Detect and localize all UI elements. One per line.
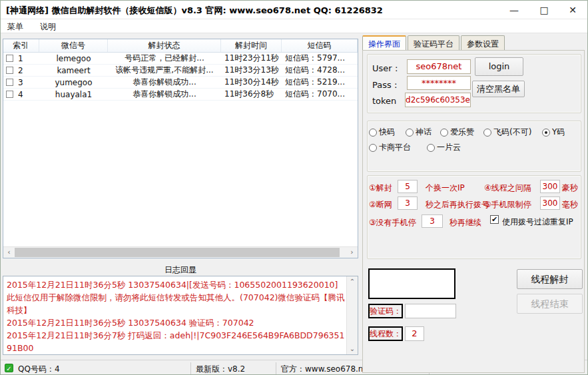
unban-count-label: ①解封 bbox=[369, 183, 392, 194]
header-unban-time[interactable]: 解封时间 bbox=[221, 39, 282, 52]
menu-bar: 菜单 说明 bbox=[1, 19, 587, 33]
platform-radio[interactable]: Y码 bbox=[542, 127, 565, 138]
pass-input[interactable]: ******** bbox=[407, 76, 471, 90]
scroll-down-icon[interactable]: ⌄ bbox=[347, 344, 358, 354]
tab-strip: 操作界面 验证码平台 参数设置 bbox=[362, 35, 506, 50]
log-content: 2015年12月21日11时36分5秒 13037540634|[发送号码：10… bbox=[3, 276, 346, 354]
row-checkbox[interactable] bbox=[6, 67, 13, 74]
phone-limit-input[interactable]: 300 bbox=[540, 196, 560, 210]
row-index: 4 bbox=[18, 90, 23, 99]
app-window: [神通网络] 微信自助解封软件（接收短信版）v8.3 官网: www.seo67… bbox=[0, 0, 588, 375]
row-index-cell: 4 bbox=[3, 90, 39, 99]
captcha-label: 验证码： bbox=[368, 304, 403, 318]
no-phone-label: ③没有手机停 bbox=[369, 217, 416, 228]
filter-ip-label: 使用拨号过滤重复IP bbox=[502, 216, 573, 228]
row-checkbox[interactable] bbox=[6, 91, 13, 98]
disconnect-label: ②断网 bbox=[369, 199, 392, 210]
scroll-up-icon[interactable]: ⌃ bbox=[347, 276, 358, 287]
platform-radio[interactable]: 卡商平台 bbox=[369, 142, 411, 153]
row-index: 3 bbox=[18, 78, 23, 87]
user-label: User： bbox=[372, 63, 401, 75]
row-sms-code: 短信码：5219... bbox=[282, 77, 358, 88]
disconnect-suffix: 秒之后再执行拨号 bbox=[426, 199, 489, 210]
filter-ip-checkbox[interactable]: ✔ bbox=[490, 215, 499, 224]
start-threads-button[interactable]: 线程解封 bbox=[517, 269, 583, 289]
platform-radio[interactable]: 神话 bbox=[406, 127, 432, 138]
platform-radio[interactable]: 一片云 bbox=[427, 142, 461, 153]
maximize-button[interactable]: □ bbox=[531, 1, 557, 19]
horizontal-scrollbar[interactable]: ‹ › bbox=[3, 246, 358, 258]
no-phone-input[interactable]: 3 bbox=[422, 214, 443, 228]
scroll-right-icon[interactable]: › bbox=[346, 247, 358, 258]
radio-label: 飞码(不可) bbox=[493, 127, 531, 138]
row-checkbox[interactable] bbox=[6, 55, 13, 62]
row-unban-status: 恭喜你解锁成功... bbox=[108, 77, 221, 88]
header-unban-status[interactable]: 解封状态 bbox=[108, 39, 221, 52]
row-wechat-id: yumegoo bbox=[39, 78, 108, 87]
close-button[interactable]: ✕ bbox=[559, 1, 586, 19]
log-line: 2015年12月21日11时36分7秒 打码返回：adeh|!|7C903F24… bbox=[7, 329, 345, 354]
vertical-scrollbar[interactable]: ⌃ ⌄ bbox=[346, 276, 358, 354]
radio-icon bbox=[427, 144, 435, 152]
tab[interactable]: 参数设置 bbox=[461, 35, 505, 50]
radio-label: 一片云 bbox=[437, 142, 461, 153]
header-wechat-id[interactable]: 微信号 bbox=[39, 39, 108, 52]
title-bar: [神通网络] 微信自助解封软件（接收短信版）v8.3 官网: www.seo67… bbox=[1, 1, 587, 19]
row-unban-time: 11时33分13秒 bbox=[221, 65, 282, 76]
status-qq-count: QQ号码：4 bbox=[18, 364, 60, 375]
unban-count-input[interactable]: 5 bbox=[398, 180, 418, 193]
log-line: 2015年12月21日11时36分5秒 13037540634|[发送号码：10… bbox=[7, 278, 345, 316]
platform-radio[interactable]: 飞码(不可) bbox=[483, 127, 531, 138]
header-index[interactable]: 索引 bbox=[3, 39, 39, 52]
table-row[interactable]: 2 kameert 该帐号违规严重,不能解封... 11时33分13秒 短信码：… bbox=[3, 65, 358, 77]
stop-threads-button[interactable]: 线程结束 bbox=[517, 294, 583, 314]
token-input[interactable]: d2c596c60353e bbox=[405, 93, 471, 107]
minimize-button[interactable]: — bbox=[501, 1, 527, 19]
pass-label: Pass： bbox=[372, 79, 400, 91]
thread-gap-input[interactable]: 300 bbox=[540, 180, 560, 193]
platform-radio[interactable]: 爱乐赞 bbox=[440, 127, 474, 138]
radio-icon bbox=[440, 129, 448, 137]
login-button[interactable]: login bbox=[475, 57, 523, 76]
phone-limit-label: ⑤手机限制停 bbox=[484, 199, 531, 210]
row-unban-status: 恭喜你解锁成功... bbox=[108, 89, 221, 100]
menu-item[interactable]: 菜单 bbox=[1, 19, 30, 33]
radio-label: 快码 bbox=[379, 127, 395, 138]
clear-blacklist-button[interactable]: 清空黑名单 bbox=[472, 81, 525, 97]
thread-count-input[interactable]: 2 bbox=[405, 326, 424, 341]
tab[interactable]: 操作界面 bbox=[362, 35, 406, 50]
radio-icon bbox=[406, 129, 414, 137]
radio-icon bbox=[369, 129, 377, 137]
radio-label: Y码 bbox=[552, 127, 565, 138]
row-index-cell: 2 bbox=[3, 66, 39, 75]
accounts-table: 索引 微信号 解封状态 解封时间 短信码 1 lemegoo 号码正常，已经解封… bbox=[3, 39, 358, 258]
radio-label: 卡商平台 bbox=[379, 142, 411, 153]
scroll-left-icon[interactable]: ‹ bbox=[3, 247, 15, 258]
radio-label: 爱乐赞 bbox=[450, 127, 474, 138]
log-box[interactable]: 2015年12月21日11时36分5秒 13037540634|[发送号码：10… bbox=[3, 276, 358, 355]
thread-gap-label: ④线程之间隔 bbox=[484, 183, 531, 194]
row-wechat-id: huayala1 bbox=[39, 90, 108, 99]
menu-item[interactable]: 说明 bbox=[33, 19, 63, 33]
user-input[interactable]: seo678net bbox=[407, 59, 471, 74]
platform-radio[interactable]: 快码 bbox=[369, 127, 395, 138]
row-unban-status: 该帐号违规严重,不能解封... bbox=[108, 65, 221, 76]
table-row[interactable]: 1 lemegoo 号码正常，已经解封... 11时23分11秒 短信码：579… bbox=[3, 53, 358, 65]
status-divider bbox=[190, 362, 191, 374]
no-phone-suffix: 秒再继续 bbox=[449, 217, 481, 228]
status-check-icon: ✓ bbox=[5, 364, 13, 372]
window-title: [神通网络] 微信自助解封软件（接收短信版）v8.3 官网: www.seo67… bbox=[6, 5, 383, 17]
row-checkbox[interactable] bbox=[6, 79, 13, 86]
table-row[interactable]: 4 huayala1 恭喜你解锁成功... 11时36分8秒 短信码：7070.… bbox=[3, 89, 358, 101]
status-official-site: 官方：www.seo678.net bbox=[281, 364, 372, 375]
radio-dot bbox=[545, 131, 547, 134]
row-unban-time: 11时36分8秒 bbox=[221, 89, 282, 100]
disconnect-input[interactable]: 3 bbox=[398, 196, 418, 210]
header-sms-code[interactable]: 短信码 bbox=[282, 39, 358, 52]
row-sms-code: 短信码：4728... bbox=[282, 65, 358, 76]
table-row[interactable]: 3 yumegoo 恭喜你解锁成功... 11时30分14秒 短信码：5219.… bbox=[3, 77, 358, 89]
radio-icon bbox=[483, 129, 491, 137]
tab[interactable]: 验证码平台 bbox=[408, 35, 459, 50]
scrollbar-thumb[interactable] bbox=[15, 248, 340, 257]
captcha-input[interactable] bbox=[405, 304, 456, 318]
